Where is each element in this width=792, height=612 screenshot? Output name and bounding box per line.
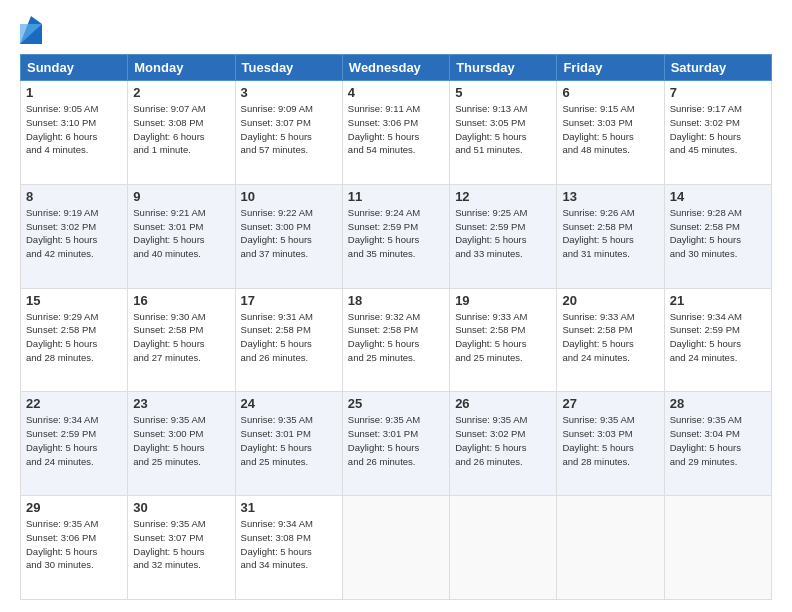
day-info: Sunrise: 9:13 AM Sunset: 3:05 PM Dayligh… bbox=[455, 102, 551, 157]
day-info: Sunrise: 9:34 AM Sunset: 2:59 PM Dayligh… bbox=[670, 310, 766, 365]
day-number: 7 bbox=[670, 85, 766, 100]
calendar-cell: 7Sunrise: 9:17 AM Sunset: 3:02 PM Daylig… bbox=[664, 81, 771, 185]
calendar-week-2: 8Sunrise: 9:19 AM Sunset: 3:02 PM Daylig… bbox=[21, 184, 772, 288]
day-info: Sunrise: 9:07 AM Sunset: 3:08 PM Dayligh… bbox=[133, 102, 229, 157]
calendar-cell: 14Sunrise: 9:28 AM Sunset: 2:58 PM Dayli… bbox=[664, 184, 771, 288]
calendar-week-3: 15Sunrise: 9:29 AM Sunset: 2:58 PM Dayli… bbox=[21, 288, 772, 392]
calendar-cell: 16Sunrise: 9:30 AM Sunset: 2:58 PM Dayli… bbox=[128, 288, 235, 392]
day-number: 31 bbox=[241, 500, 337, 515]
day-number: 23 bbox=[133, 396, 229, 411]
day-number: 5 bbox=[455, 85, 551, 100]
day-info: Sunrise: 9:11 AM Sunset: 3:06 PM Dayligh… bbox=[348, 102, 444, 157]
day-info: Sunrise: 9:28 AM Sunset: 2:58 PM Dayligh… bbox=[670, 206, 766, 261]
calendar-cell: 26Sunrise: 9:35 AM Sunset: 3:02 PM Dayli… bbox=[450, 392, 557, 496]
calendar-cell: 27Sunrise: 9:35 AM Sunset: 3:03 PM Dayli… bbox=[557, 392, 664, 496]
calendar-cell: 18Sunrise: 9:32 AM Sunset: 2:58 PM Dayli… bbox=[342, 288, 449, 392]
day-info: Sunrise: 9:35 AM Sunset: 3:00 PM Dayligh… bbox=[133, 413, 229, 468]
calendar-cell bbox=[557, 496, 664, 600]
day-info: Sunrise: 9:33 AM Sunset: 2:58 PM Dayligh… bbox=[455, 310, 551, 365]
day-info: Sunrise: 9:32 AM Sunset: 2:58 PM Dayligh… bbox=[348, 310, 444, 365]
calendar-cell: 22Sunrise: 9:34 AM Sunset: 2:59 PM Dayli… bbox=[21, 392, 128, 496]
calendar-cell: 4Sunrise: 9:11 AM Sunset: 3:06 PM Daylig… bbox=[342, 81, 449, 185]
day-number: 30 bbox=[133, 500, 229, 515]
calendar-header-sunday: Sunday bbox=[21, 55, 128, 81]
day-number: 17 bbox=[241, 293, 337, 308]
day-number: 24 bbox=[241, 396, 337, 411]
header bbox=[20, 16, 772, 44]
day-number: 6 bbox=[562, 85, 658, 100]
calendar-cell: 17Sunrise: 9:31 AM Sunset: 2:58 PM Dayli… bbox=[235, 288, 342, 392]
calendar-cell: 11Sunrise: 9:24 AM Sunset: 2:59 PM Dayli… bbox=[342, 184, 449, 288]
day-info: Sunrise: 9:05 AM Sunset: 3:10 PM Dayligh… bbox=[26, 102, 122, 157]
day-info: Sunrise: 9:17 AM Sunset: 3:02 PM Dayligh… bbox=[670, 102, 766, 157]
day-info: Sunrise: 9:31 AM Sunset: 2:58 PM Dayligh… bbox=[241, 310, 337, 365]
logo-icon bbox=[20, 16, 42, 44]
calendar-week-1: 1Sunrise: 9:05 AM Sunset: 3:10 PM Daylig… bbox=[21, 81, 772, 185]
calendar-cell: 3Sunrise: 9:09 AM Sunset: 3:07 PM Daylig… bbox=[235, 81, 342, 185]
day-info: Sunrise: 9:35 AM Sunset: 3:03 PM Dayligh… bbox=[562, 413, 658, 468]
day-number: 15 bbox=[26, 293, 122, 308]
calendar-header-monday: Monday bbox=[128, 55, 235, 81]
day-info: Sunrise: 9:35 AM Sunset: 3:01 PM Dayligh… bbox=[348, 413, 444, 468]
calendar-cell: 10Sunrise: 9:22 AM Sunset: 3:00 PM Dayli… bbox=[235, 184, 342, 288]
day-number: 3 bbox=[241, 85, 337, 100]
day-info: Sunrise: 9:34 AM Sunset: 3:08 PM Dayligh… bbox=[241, 517, 337, 572]
calendar-cell: 28Sunrise: 9:35 AM Sunset: 3:04 PM Dayli… bbox=[664, 392, 771, 496]
calendar-cell: 31Sunrise: 9:34 AM Sunset: 3:08 PM Dayli… bbox=[235, 496, 342, 600]
day-number: 10 bbox=[241, 189, 337, 204]
day-info: Sunrise: 9:35 AM Sunset: 3:07 PM Dayligh… bbox=[133, 517, 229, 572]
calendar-cell: 19Sunrise: 9:33 AM Sunset: 2:58 PM Dayli… bbox=[450, 288, 557, 392]
calendar-cell bbox=[664, 496, 771, 600]
day-number: 22 bbox=[26, 396, 122, 411]
calendar-cell: 12Sunrise: 9:25 AM Sunset: 2:59 PM Dayli… bbox=[450, 184, 557, 288]
page: SundayMondayTuesdayWednesdayThursdayFrid… bbox=[0, 0, 792, 612]
day-info: Sunrise: 9:26 AM Sunset: 2:58 PM Dayligh… bbox=[562, 206, 658, 261]
day-info: Sunrise: 9:34 AM Sunset: 2:59 PM Dayligh… bbox=[26, 413, 122, 468]
calendar-cell: 25Sunrise: 9:35 AM Sunset: 3:01 PM Dayli… bbox=[342, 392, 449, 496]
day-info: Sunrise: 9:09 AM Sunset: 3:07 PM Dayligh… bbox=[241, 102, 337, 157]
day-info: Sunrise: 9:21 AM Sunset: 3:01 PM Dayligh… bbox=[133, 206, 229, 261]
calendar-header-saturday: Saturday bbox=[664, 55, 771, 81]
day-info: Sunrise: 9:15 AM Sunset: 3:03 PM Dayligh… bbox=[562, 102, 658, 157]
day-number: 13 bbox=[562, 189, 658, 204]
day-info: Sunrise: 9:35 AM Sunset: 3:06 PM Dayligh… bbox=[26, 517, 122, 572]
calendar-header-row: SundayMondayTuesdayWednesdayThursdayFrid… bbox=[21, 55, 772, 81]
day-number: 20 bbox=[562, 293, 658, 308]
day-info: Sunrise: 9:35 AM Sunset: 3:01 PM Dayligh… bbox=[241, 413, 337, 468]
day-number: 12 bbox=[455, 189, 551, 204]
logo bbox=[20, 20, 44, 44]
calendar-week-5: 29Sunrise: 9:35 AM Sunset: 3:06 PM Dayli… bbox=[21, 496, 772, 600]
calendar-cell: 30Sunrise: 9:35 AM Sunset: 3:07 PM Dayli… bbox=[128, 496, 235, 600]
day-number: 18 bbox=[348, 293, 444, 308]
day-number: 2 bbox=[133, 85, 229, 100]
day-number: 21 bbox=[670, 293, 766, 308]
calendar-cell: 8Sunrise: 9:19 AM Sunset: 3:02 PM Daylig… bbox=[21, 184, 128, 288]
calendar-cell: 2Sunrise: 9:07 AM Sunset: 3:08 PM Daylig… bbox=[128, 81, 235, 185]
calendar-cell: 20Sunrise: 9:33 AM Sunset: 2:58 PM Dayli… bbox=[557, 288, 664, 392]
calendar-table: SundayMondayTuesdayWednesdayThursdayFrid… bbox=[20, 54, 772, 600]
day-number: 14 bbox=[670, 189, 766, 204]
day-info: Sunrise: 9:22 AM Sunset: 3:00 PM Dayligh… bbox=[241, 206, 337, 261]
day-info: Sunrise: 9:29 AM Sunset: 2:58 PM Dayligh… bbox=[26, 310, 122, 365]
day-number: 4 bbox=[348, 85, 444, 100]
calendar-header-wednesday: Wednesday bbox=[342, 55, 449, 81]
day-number: 25 bbox=[348, 396, 444, 411]
day-number: 8 bbox=[26, 189, 122, 204]
calendar-cell: 9Sunrise: 9:21 AM Sunset: 3:01 PM Daylig… bbox=[128, 184, 235, 288]
calendar-cell: 5Sunrise: 9:13 AM Sunset: 3:05 PM Daylig… bbox=[450, 81, 557, 185]
day-info: Sunrise: 9:19 AM Sunset: 3:02 PM Dayligh… bbox=[26, 206, 122, 261]
day-number: 11 bbox=[348, 189, 444, 204]
calendar-cell: 1Sunrise: 9:05 AM Sunset: 3:10 PM Daylig… bbox=[21, 81, 128, 185]
day-number: 26 bbox=[455, 396, 551, 411]
day-info: Sunrise: 9:30 AM Sunset: 2:58 PM Dayligh… bbox=[133, 310, 229, 365]
day-info: Sunrise: 9:33 AM Sunset: 2:58 PM Dayligh… bbox=[562, 310, 658, 365]
day-number: 19 bbox=[455, 293, 551, 308]
day-number: 29 bbox=[26, 500, 122, 515]
calendar-cell: 21Sunrise: 9:34 AM Sunset: 2:59 PM Dayli… bbox=[664, 288, 771, 392]
calendar-week-4: 22Sunrise: 9:34 AM Sunset: 2:59 PM Dayli… bbox=[21, 392, 772, 496]
day-number: 16 bbox=[133, 293, 229, 308]
calendar-header-friday: Friday bbox=[557, 55, 664, 81]
calendar-cell: 23Sunrise: 9:35 AM Sunset: 3:00 PM Dayli… bbox=[128, 392, 235, 496]
calendar-header-thursday: Thursday bbox=[450, 55, 557, 81]
calendar-cell bbox=[342, 496, 449, 600]
